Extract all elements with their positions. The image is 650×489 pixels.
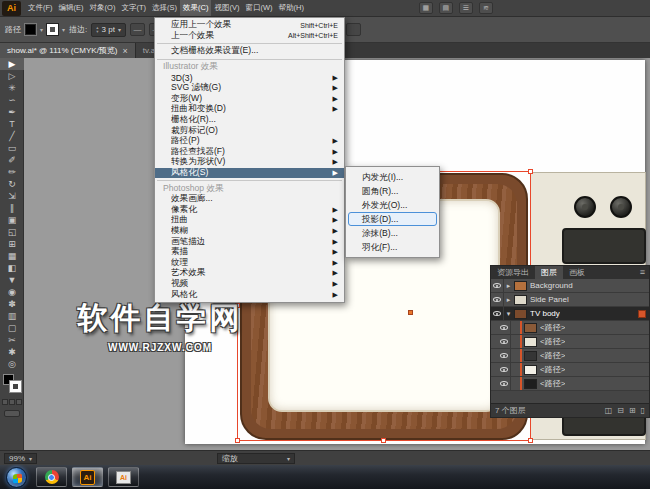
layer-name[interactable]: <路径> <box>540 336 565 347</box>
line-segment-tool[interactable]: ╱ <box>0 130 24 142</box>
layer-row[interactable]: <路径> <box>491 321 649 335</box>
symbol-sprayer-tool[interactable]: ✽ <box>0 298 24 310</box>
layer-row[interactable]: ▸Side Panel <box>491 293 649 307</box>
layer-thumbnail[interactable] <box>514 309 527 319</box>
pencil-tool[interactable]: ✏ <box>0 166 24 178</box>
layer-thumbnail[interactable] <box>524 379 537 389</box>
layer-row[interactable]: ▾TV body <box>491 307 649 321</box>
menu-对象(O)[interactable]: 对象(O) <box>87 0 119 16</box>
screen-mode-button[interactable] <box>4 410 20 417</box>
zoom-caret-icon[interactable]: ▾ <box>29 455 32 462</box>
selection-tool[interactable]: ▶ <box>0 58 24 70</box>
layer-name[interactable]: <路径> <box>540 322 565 333</box>
type-tool[interactable]: T <box>0 118 24 130</box>
layer-row[interactable]: <路径> <box>491 335 649 349</box>
zoom-level-select[interactable]: 99% ▾ <box>4 453 37 464</box>
delete-layer-icon[interactable]: ▯ <box>641 404 645 418</box>
artboard-tool[interactable]: ▢ <box>0 322 24 334</box>
stylize-menu-item[interactable]: 外发光(O)... <box>348 198 437 212</box>
selection-handle[interactable] <box>235 438 240 443</box>
selection-handle[interactable] <box>528 438 533 443</box>
panel-tab-资源导出[interactable]: 资源导出 <box>491 266 535 279</box>
stroke-weight-input[interactable]: ▴ ▾ 3 pt ▾ <box>91 23 126 37</box>
draw-behind-button[interactable] <box>9 399 15 405</box>
pen-tool[interactable]: ✒ <box>0 106 24 118</box>
menu-窗口(W)[interactable]: 窗口(W) <box>242 0 275 16</box>
workspace-switcher-icon[interactable]: ☰ <box>459 2 473 14</box>
selection-handle[interactable] <box>381 438 386 443</box>
layer-row[interactable]: <路径> <box>491 377 649 391</box>
layer-row[interactable]: <路径> <box>491 363 649 377</box>
step-down-icon[interactable]: ▾ <box>96 30 98 34</box>
layer-name[interactable]: <路径> <box>540 378 565 389</box>
visibility-eye-icon[interactable] <box>498 363 511 376</box>
layer-thumbnail[interactable] <box>524 351 537 361</box>
scale-tool[interactable]: ⇲ <box>0 190 24 202</box>
layer-name[interactable]: Background <box>530 281 573 290</box>
menu-文件(F)[interactable]: 文件(F) <box>25 0 56 16</box>
make-clipping-mask-icon[interactable]: ◫ <box>605 404 613 418</box>
expand-caret-icon[interactable]: ▸ <box>504 296 513 304</box>
layer-thumbnail[interactable] <box>524 365 537 375</box>
direct-selection-tool[interactable]: ▷ <box>0 70 24 82</box>
visibility-eye-icon[interactable] <box>498 377 511 390</box>
panel-tab-图层[interactable]: 图层 <box>535 266 563 279</box>
visibility-eye-icon[interactable] <box>498 335 511 348</box>
zoom-tool[interactable]: ◎ <box>0 358 24 370</box>
rotate-tool[interactable]: ↻ <box>0 178 24 190</box>
expand-caret-icon[interactable]: ▸ <box>504 282 513 290</box>
menu-视图(V)[interactable]: 视图(V) <box>211 0 242 16</box>
stroke-swatch[interactable] <box>10 381 21 392</box>
stylize-menu-item[interactable]: 涂抹(B)... <box>348 226 437 240</box>
taskbar-chrome-button[interactable] <box>36 467 67 487</box>
layer-name[interactable]: TV body <box>530 309 560 318</box>
taskbar-document-button[interactable]: Ai <box>108 467 139 487</box>
visibility-eye-icon[interactable] <box>491 279 504 292</box>
menu-编辑(E)[interactable]: 编辑(E) <box>56 0 87 16</box>
paintbrush-tool[interactable]: ✐ <box>0 154 24 166</box>
tv-knob-left[interactable] <box>574 196 596 218</box>
layer-thumbnail[interactable] <box>514 295 527 305</box>
hand-tool[interactable]: ✱ <box>0 346 24 358</box>
draw-inside-button[interactable] <box>16 399 22 405</box>
stylize-menu-item[interactable]: 圆角(R)... <box>348 184 437 198</box>
menu-选择(S)[interactable]: 选择(S) <box>149 0 180 16</box>
expand-caret-icon[interactable]: ▾ <box>504 310 513 318</box>
tv-speaker-top[interactable] <box>562 228 646 264</box>
menu-帮助(H)[interactable]: 帮助(H) <box>276 0 307 16</box>
bridge-icon[interactable]: ▦ <box>419 2 433 14</box>
app-options-icon[interactable]: ≋ <box>479 2 493 14</box>
gradient-tool[interactable]: ◧ <box>0 262 24 274</box>
draw-normal-button[interactable] <box>2 399 8 405</box>
layer-row[interactable]: ▸Background <box>491 279 649 293</box>
layer-row[interactable]: <路径> <box>491 349 649 363</box>
panel-tab-画板[interactable]: 画板 <box>563 266 591 279</box>
visibility-eye-icon[interactable] <box>498 321 511 334</box>
layer-thumbnail[interactable] <box>514 281 527 291</box>
effect-menu-item[interactable]: 风格化(S)▶ <box>155 168 344 179</box>
new-sublayer-icon[interactable]: ⊟ <box>617 404 624 418</box>
visibility-eye-icon[interactable] <box>498 349 511 362</box>
rectangle-tool[interactable]: ▭ <box>0 142 24 154</box>
menu-文字(T)[interactable]: 文字(T) <box>118 0 149 16</box>
panel-menu-icon[interactable]: ≡ <box>636 266 649 279</box>
arrange-documents-icon[interactable]: ▤ <box>439 2 453 14</box>
stroke-color-swatch[interactable] <box>47 24 58 35</box>
fill-caret-icon[interactable]: ▾ <box>40 26 43 33</box>
shape-builder-tool[interactable]: ◱ <box>0 226 24 238</box>
status-tool-select[interactable]: 缩放 ▾ <box>217 453 295 464</box>
fill-color-swatch[interactable] <box>25 24 36 35</box>
magic-wand-tool[interactable]: ✳ <box>0 82 24 94</box>
layer-name[interactable]: <路径> <box>540 364 565 375</box>
mesh-tool[interactable]: ▦ <box>0 250 24 262</box>
new-layer-icon[interactable]: ⊞ <box>629 404 636 418</box>
stroke-weight-caret-icon[interactable]: ▾ <box>118 26 121 33</box>
effect-menu-item[interactable]: 文档栅格效果设置(E)... <box>155 46 344 57</box>
stepper-icon[interactable]: ▴ ▾ <box>96 26 98 34</box>
width-tool[interactable]: ∥ <box>0 202 24 214</box>
column-graph-tool[interactable]: ▥ <box>0 310 24 322</box>
document-tab-active[interactable]: show.ai* @ 111% (CMYK/预览) × <box>0 43 136 58</box>
lasso-tool[interactable]: ∽ <box>0 94 24 106</box>
blend-tool[interactable]: ◉ <box>0 286 24 298</box>
tv-knob-right[interactable] <box>610 196 632 218</box>
